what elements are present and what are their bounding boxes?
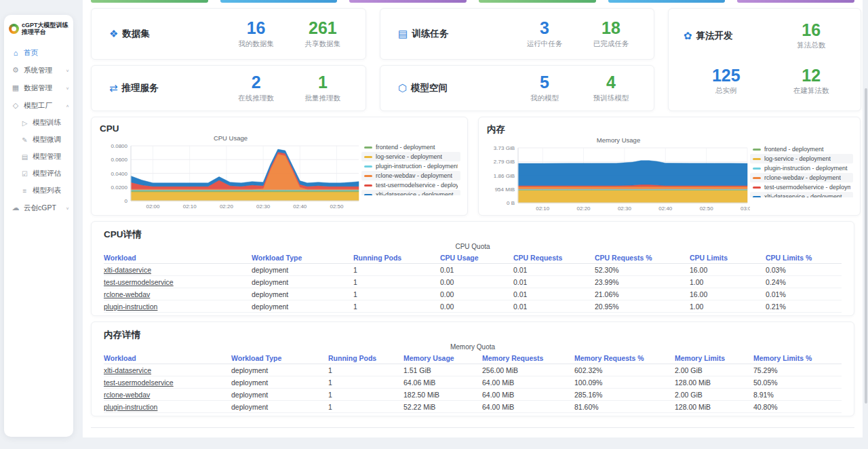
card-top-strip bbox=[349, 0, 467, 3]
chevron-down-icon: ∨ bbox=[66, 206, 69, 210]
sidebar-item[interactable]: ⌂首页 bbox=[4, 44, 73, 62]
sidebar-item-label: 数据管理 bbox=[24, 83, 52, 93]
card-top-strip bbox=[608, 0, 726, 3]
column-header[interactable]: Workload Type bbox=[231, 354, 328, 362]
legend-item[interactable]: test-usermodelservice - deployment bbox=[361, 180, 460, 190]
svg-text:0 B: 0 B bbox=[507, 200, 515, 206]
stat-metric-value: 3 bbox=[511, 19, 578, 37]
legend-label: frontend - deployment bbox=[376, 144, 435, 151]
legend-color-dash bbox=[364, 184, 372, 187]
legend-item[interactable]: frontend - deployment bbox=[750, 144, 853, 154]
legend-label: test-usermodelservice - deployment bbox=[764, 184, 850, 191]
table-cell: 81.60% bbox=[574, 403, 675, 411]
column-header[interactable]: CPU Usage bbox=[440, 254, 513, 262]
column-header[interactable]: CPU Requests bbox=[513, 254, 595, 262]
sidebar-item[interactable]: ▦数据管理∨ bbox=[4, 79, 73, 97]
sidebar-subitem[interactable]: ▷模型训练 bbox=[4, 115, 73, 132]
column-header[interactable]: Workload Type bbox=[252, 254, 353, 262]
svg-text:0.0200: 0.0200 bbox=[111, 184, 128, 191]
sidebar-item[interactable]: ◇模型工厂∧ bbox=[4, 97, 73, 115]
workload-link[interactable]: xlti-dataservice bbox=[104, 366, 231, 374]
sidebar-subitem[interactable]: ▤模型管理 bbox=[4, 149, 73, 165]
table-cell: 52.22 MiB bbox=[403, 403, 482, 411]
column-header[interactable]: CPU Limits bbox=[690, 254, 766, 262]
workload-link[interactable]: rclone-webdav bbox=[104, 391, 231, 399]
cpu-quota-caption: CPU Quota bbox=[104, 243, 842, 250]
table-cell: 16.00 bbox=[690, 290, 766, 298]
dataset-icon: ❖ bbox=[109, 28, 118, 40]
stat-metric-label: 运行中任务 bbox=[511, 39, 578, 49]
column-header[interactable]: CPU Limits % bbox=[766, 254, 842, 262]
legend-item[interactable]: rclone-webdav - deployment bbox=[750, 173, 853, 182]
column-header[interactable]: Workload bbox=[104, 354, 231, 362]
app-logo-icon bbox=[9, 24, 19, 34]
stat-metric-label: 总实例 bbox=[684, 86, 769, 96]
stat-metric: 4预训练模型 bbox=[578, 73, 644, 102]
legend-item[interactable]: log-service - deployment bbox=[361, 152, 460, 161]
sidebar-subitem[interactable]: ☑模型评估 bbox=[4, 165, 73, 182]
svg-text:0: 0 bbox=[125, 198, 128, 204]
column-header[interactable]: Memory Limits % bbox=[753, 354, 842, 362]
legend-label: rclone-webdav - deployment bbox=[764, 174, 841, 181]
table-row: plugin-instructiondeployment152.22 MiB64… bbox=[104, 401, 842, 413]
modelspace-icon: ⬡ bbox=[398, 82, 407, 94]
stat-card-title: ⬡模型空间 bbox=[398, 82, 511, 94]
legend-item[interactable]: test-usermodelservice - deployment bbox=[750, 182, 853, 192]
legend-item[interactable]: xlti-dataservice - deployment bbox=[361, 190, 460, 195]
workload-link[interactable]: plugin-instruction bbox=[104, 302, 252, 311]
legend-item[interactable]: xlti-dataservice - deployment bbox=[750, 192, 853, 197]
legend-item[interactable]: frontend - deployment bbox=[361, 142, 460, 152]
sidebar-item[interactable]: ⚙系统管理∨ bbox=[4, 62, 73, 79]
training-icon: ▤ bbox=[398, 28, 408, 40]
manage-icon: ▤ bbox=[21, 153, 28, 161]
legend-color-dash bbox=[364, 165, 372, 168]
column-header[interactable]: Memory Requests bbox=[482, 354, 574, 362]
table-cell: 285.16% bbox=[574, 391, 675, 399]
table-cell: 1 bbox=[353, 290, 440, 298]
svg-text:02:20: 02:20 bbox=[577, 206, 591, 212]
card-top-strip bbox=[479, 0, 596, 3]
table-cell: deployment bbox=[231, 391, 328, 399]
scrollbar-thumb[interactable] bbox=[865, 88, 867, 404]
table-cell: 64.00 MiB bbox=[482, 391, 574, 399]
column-header[interactable]: CPU Requests % bbox=[595, 254, 690, 262]
workload-link[interactable]: test-usermodelservice bbox=[104, 378, 231, 387]
database-icon: ▦ bbox=[12, 83, 20, 92]
table-cell: 1 bbox=[328, 391, 403, 399]
legend-item[interactable]: plugin-instruction - deployment bbox=[361, 161, 460, 171]
stat-metric-value: 16 bbox=[769, 21, 854, 39]
workload-link[interactable]: plugin-instruction bbox=[104, 403, 231, 411]
column-header[interactable]: Workload bbox=[104, 254, 252, 262]
table-cell: 0.01% bbox=[766, 290, 842, 298]
svg-text:02:50: 02:50 bbox=[330, 203, 344, 210]
memory-details-card: 内存详情 Memory Quota WorkloadWorkload TypeR… bbox=[91, 321, 854, 416]
legend-item[interactable]: rclone-webdav - deployment bbox=[361, 171, 460, 180]
column-header[interactable]: Running Pods bbox=[353, 254, 440, 262]
stat-metric-value: 2 bbox=[222, 73, 289, 91]
column-header[interactable]: Memory Limits bbox=[675, 354, 753, 362]
cpu-details-title: CPU详情 bbox=[104, 229, 842, 241]
table-cell: 0.00 bbox=[440, 302, 513, 311]
workload-link[interactable]: test-usermodelservice bbox=[104, 278, 252, 286]
cpu-details-card: CPU详情 CPU Quota WorkloadWorkload TypeRun… bbox=[91, 221, 854, 316]
table-cell: 0.01 bbox=[513, 278, 595, 286]
stat-metric: 5我的模型 bbox=[511, 73, 578, 102]
sidebar-subitem[interactable]: ✎模型微调 bbox=[4, 132, 73, 149]
sidebar-subitem[interactable]: ≡模型列表 bbox=[4, 182, 73, 199]
workload-link[interactable]: rclone-webdav bbox=[104, 290, 252, 298]
table-row: test-usermodelservicedeployment164.06 Mi… bbox=[104, 376, 842, 389]
sidebar-item[interactable]: ☁云创cGPT∨ bbox=[4, 199, 73, 217]
column-header[interactable]: Memory Requests % bbox=[574, 354, 675, 362]
table-cell: 52.30% bbox=[595, 266, 690, 274]
sidebar-subitem-label: 模型评估 bbox=[33, 169, 61, 178]
workload-link[interactable]: xlti-dataservice bbox=[104, 266, 252, 274]
stat-card-title: ▤训练任务 bbox=[398, 28, 511, 40]
legend-color-dash bbox=[364, 147, 372, 149]
column-header[interactable]: Running Pods bbox=[328, 354, 403, 362]
memory-panel-title: 内存 bbox=[487, 123, 853, 136]
column-header[interactable]: Memory Usage bbox=[403, 354, 482, 362]
table-row: plugin-instructiondeployment10.000.0120.… bbox=[104, 300, 842, 313]
legend-color-dash bbox=[753, 168, 761, 170]
legend-item[interactable]: log-service - deployment bbox=[750, 154, 853, 163]
legend-item[interactable]: plugin-instruction - deployment bbox=[750, 163, 853, 173]
